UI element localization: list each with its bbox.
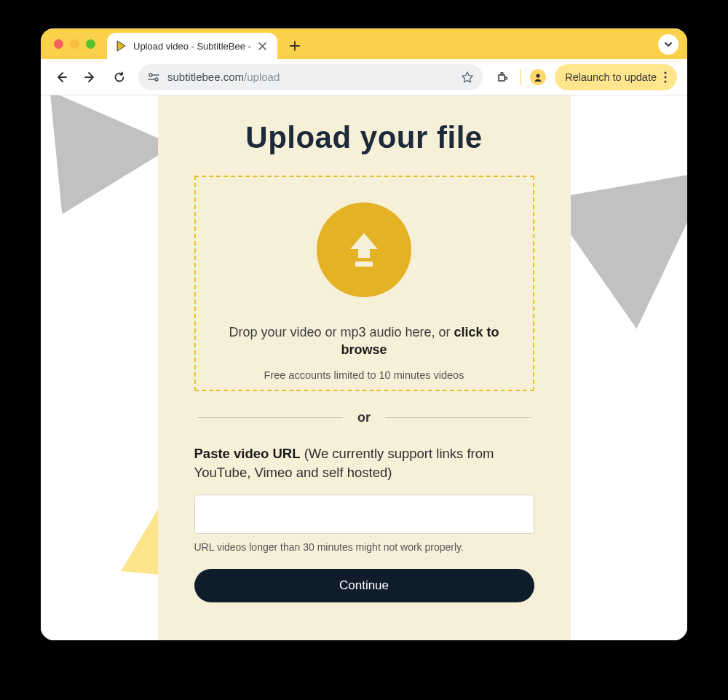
svg-point-2 xyxy=(537,74,540,77)
paste-url-label-bold: Paste video URL xyxy=(194,446,301,461)
browser-toolbar: subtitlebee.com/upload Relaunch to updat… xyxy=(41,59,687,95)
forward-button[interactable] xyxy=(80,67,100,87)
extensions-button[interactable] xyxy=(491,67,512,87)
profile-button[interactable] xyxy=(530,69,546,85)
dropzone-text-prefix: Drop your video or mp3 audio here, or xyxy=(229,325,454,339)
svg-point-5 xyxy=(664,80,666,82)
file-dropzone[interactable]: Drop your video or mp3 audio here, or cl… xyxy=(194,176,534,391)
tab-strip: Upload video - SubtitleBee - xyxy=(41,28,687,59)
svg-point-4 xyxy=(664,76,666,78)
divider-or: or xyxy=(197,410,531,425)
window-controls xyxy=(50,28,95,59)
video-url-input[interactable] xyxy=(194,495,534,534)
relaunch-label: Relaunch to update xyxy=(565,71,657,83)
page-title: Upload your file xyxy=(194,120,534,155)
bookmark-button[interactable] xyxy=(461,71,474,84)
tabs-dropdown-button[interactable] xyxy=(658,34,678,55)
divider-line xyxy=(197,417,344,418)
back-button[interactable] xyxy=(51,67,71,87)
upload-card: Upload your file Drop your video or mp3 … xyxy=(158,95,571,640)
page-viewport: Upload your file Drop your video or mp3 … xyxy=(41,95,687,640)
window-close-button[interactable] xyxy=(54,39,63,49)
toolbar-divider xyxy=(521,69,521,85)
dropzone-limit-text: Free accounts limited to 10 minutes vide… xyxy=(209,369,520,381)
reload-button[interactable] xyxy=(109,67,130,87)
new-tab-button[interactable] xyxy=(285,36,305,56)
divider-line xyxy=(385,417,531,418)
close-tab-button[interactable] xyxy=(257,40,269,52)
address-path: /upload xyxy=(244,71,280,83)
continue-label: Continue xyxy=(339,578,389,592)
divider-label: or xyxy=(357,410,371,425)
address-domain: subtitlebee.com xyxy=(167,71,244,83)
window-zoom-button[interactable] xyxy=(86,39,95,49)
site-settings-icon[interactable] xyxy=(147,72,160,82)
address-url: subtitlebee.com/upload xyxy=(167,71,454,83)
dropzone-text: Drop your video or mp3 audio here, or cl… xyxy=(209,323,520,359)
browser-window: Upload video - SubtitleBee - xyxy=(41,28,687,640)
svg-point-3 xyxy=(664,71,666,74)
svg-rect-6 xyxy=(355,261,373,267)
paste-url-label: Paste video URL (We currently support li… xyxy=(194,444,534,484)
upload-icon xyxy=(317,202,411,297)
relaunch-button[interactable]: Relaunch to update xyxy=(555,64,677,90)
window-minimize-button[interactable] xyxy=(70,39,79,49)
browser-tab[interactable]: Upload video - SubtitleBee - xyxy=(107,33,277,59)
url-hint-text: URL videos longer than 30 minutes might … xyxy=(194,541,534,553)
continue-button[interactable]: Continue xyxy=(194,569,534,602)
address-bar[interactable]: subtitlebee.com/upload xyxy=(138,64,483,90)
tab-title: Upload video - SubtitleBee - xyxy=(133,41,251,52)
more-icon xyxy=(664,71,667,83)
play-icon xyxy=(114,39,127,52)
